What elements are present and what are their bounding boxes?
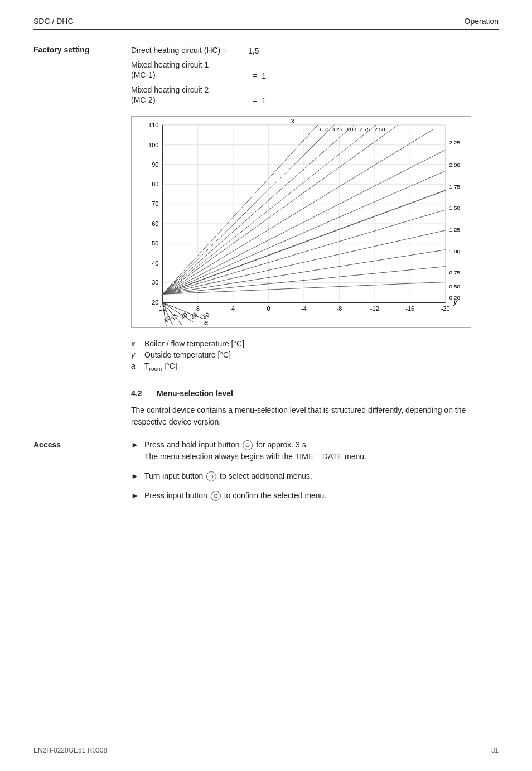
legend-key-y: y xyxy=(131,350,144,359)
svg-text:80: 80 xyxy=(152,181,158,187)
svg-text:12: 12 xyxy=(159,305,166,312)
bullet-3: ► xyxy=(131,490,140,502)
page: SDC / DHC Operation Factory setting Dire… xyxy=(0,0,532,771)
section-42-title: Menu-selection level xyxy=(157,389,233,398)
svg-text:-4: -4 xyxy=(301,305,307,312)
svg-text:2.50: 2.50 xyxy=(374,126,385,132)
chart-svg: x y 20 30 40 50 60 70 80 90 100 110 12 8… xyxy=(132,117,471,327)
svg-text:0.50: 0.50 xyxy=(449,283,461,290)
header-left: SDC / DHC xyxy=(33,17,74,26)
svg-text:60: 60 xyxy=(152,220,158,227)
svg-text:3.00: 3.00 xyxy=(346,126,357,132)
factory-row-2-val: 1 xyxy=(262,71,266,80)
svg-text:30: 30 xyxy=(152,279,158,286)
svg-text:40: 40 xyxy=(152,260,158,267)
footer-right: 31 xyxy=(491,746,499,754)
chart-container: x y 20 30 40 50 60 70 80 90 100 110 12 8… xyxy=(131,116,471,328)
factory-setting-section: Factory setting Direct heating circuit (… xyxy=(33,45,499,105)
svg-text:100: 100 xyxy=(148,142,158,148)
svg-text:20: 20 xyxy=(152,299,158,306)
svg-text:70: 70 xyxy=(152,200,158,207)
svg-text:1.75: 1.75 xyxy=(449,184,461,190)
svg-text:3.25: 3.25 xyxy=(332,126,343,132)
svg-text:90: 90 xyxy=(152,161,158,167)
bullet-2: ► xyxy=(131,470,140,482)
factory-row-2-text: Mixed heating circuit 1(MC-1) xyxy=(131,60,248,80)
svg-text:-12: -12 xyxy=(370,305,379,312)
header-right: Operation xyxy=(465,17,499,26)
factory-row-2-eq: = xyxy=(253,71,257,80)
factory-row-3-eq: = xyxy=(253,96,257,105)
legend-desc-y: Outside temperature [°C] xyxy=(144,350,231,359)
page-header: SDC / DHC Operation xyxy=(33,17,499,30)
svg-text:1.00: 1.00 xyxy=(449,248,461,254)
legend-desc-x: Boiler / flow temperature [°C] xyxy=(144,339,244,348)
factory-row-1-text: Direct heating circuit (HC) = xyxy=(131,45,248,55)
svg-text:1.25: 1.25 xyxy=(449,227,461,233)
input-btn-icon-3 xyxy=(211,491,221,501)
svg-text:0.75: 0.75 xyxy=(449,269,461,275)
factory-row-3-val: 1 xyxy=(262,96,266,105)
access-text-1: Press and hold input button for approx. … xyxy=(144,439,366,462)
factory-row-3: Mixed heating circuit 2(MC-2) = 1 xyxy=(131,85,266,105)
page-footer: EN2H-0220GE51 R0308 31 xyxy=(33,746,499,754)
factory-setting-label: Factory setting xyxy=(33,45,131,105)
svg-text:0: 0 xyxy=(267,305,270,312)
svg-text:1.50: 1.50 xyxy=(449,205,461,211)
section-42-body: The control device contains a menu-selec… xyxy=(131,404,499,428)
factory-row-1-val: 1,5 xyxy=(248,46,259,55)
svg-text:2.75: 2.75 xyxy=(359,126,370,132)
access-label: Access xyxy=(33,439,131,502)
section-42-number: 4.2 xyxy=(131,389,148,398)
access-item-1: ► Press and hold input button for approx… xyxy=(131,439,366,462)
access-text-3: Press input button to confirm the select… xyxy=(144,490,366,502)
access-text-2: Turn input button to select additional m… xyxy=(144,470,366,482)
legend-row-x: x Boiler / flow temperature [°C] xyxy=(131,339,499,348)
svg-text:2.25: 2.25 xyxy=(449,139,461,146)
svg-text:2.00: 2.00 xyxy=(449,161,461,167)
svg-text:a: a xyxy=(204,318,208,326)
svg-text:110: 110 xyxy=(148,122,158,128)
svg-text:3.50: 3.50 xyxy=(318,126,329,132)
access-item-3: ► Press input button to confirm the sele… xyxy=(131,490,366,502)
legend-key-x: x xyxy=(131,339,144,348)
factory-row-1: Direct heating circuit (HC) = 1,5 xyxy=(131,45,266,55)
svg-text:0.20: 0.20 xyxy=(449,295,461,301)
factory-row-2: Mixed heating circuit 1(MC-1) = 1 xyxy=(131,60,266,80)
legend-row-a: a Troom [°C] xyxy=(131,362,499,372)
input-btn-icon-2 xyxy=(206,471,216,481)
legend-section: x Boiler / flow temperature [°C] y Outsi… xyxy=(131,339,499,372)
legend-key-a: a xyxy=(131,362,144,370)
svg-text:-16: -16 xyxy=(405,305,414,312)
factory-values: Direct heating circuit (HC) = 1,5 Mixed … xyxy=(131,45,266,105)
svg-text:-20: -20 xyxy=(441,305,450,312)
svg-text:x: x xyxy=(291,117,295,125)
footer-left: EN2H-0220GE51 R0308 xyxy=(33,746,107,754)
svg-text:8: 8 xyxy=(196,305,200,312)
svg-text:25: 25 xyxy=(189,311,199,320)
access-item-2: ► Turn input button to select additional… xyxy=(131,470,366,482)
legend-row-y: y Outside temperature [°C] xyxy=(131,350,499,359)
svg-text:4: 4 xyxy=(231,305,235,312)
factory-row-3-text: Mixed heating circuit 2(MC-2) xyxy=(131,85,248,105)
bullet-1: ► xyxy=(131,439,140,451)
svg-text:50: 50 xyxy=(152,240,158,247)
legend-desc-a: Troom [°C] xyxy=(144,362,177,372)
section-42-header: 4.2 Menu-selection level xyxy=(131,389,499,398)
svg-text:-8: -8 xyxy=(337,305,342,312)
access-items: ► Press and hold input button for approx… xyxy=(131,439,366,502)
section-42-container: 4.2 Menu-selection level The control dev… xyxy=(131,389,499,428)
input-btn-icon-1 xyxy=(243,440,253,450)
access-section: Access ► Press and hold input button for… xyxy=(33,439,499,502)
